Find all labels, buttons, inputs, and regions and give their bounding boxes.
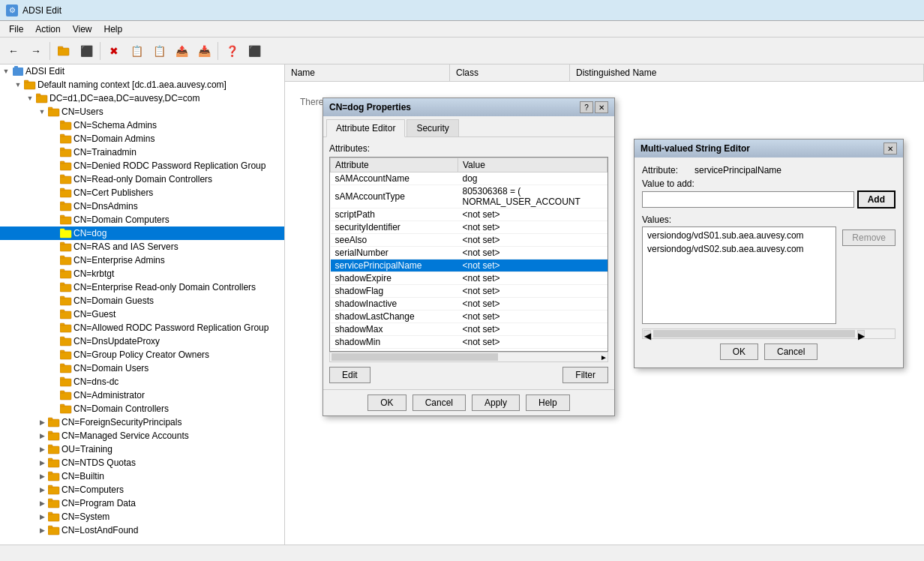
- apply-button[interactable]: Apply: [472, 394, 520, 411]
- dialog-help-btn[interactable]: ?: [580, 101, 593, 113]
- tree-item-cn-program-data[interactable]: ▶CN=Program Data: [0, 496, 284, 510]
- tree-expander[interactable]: ▶: [36, 416, 48, 428]
- edit-button[interactable]: Edit: [329, 367, 370, 383]
- tree-item-cn-domain-controllers[interactable]: CN=Domain Controllers: [0, 402, 284, 416]
- list-item[interactable]: versiondog/vdS02.sub.aea.auvesy.com: [644, 242, 834, 256]
- tree-expander[interactable]: [48, 389, 60, 401]
- tree-expander[interactable]: [48, 214, 60, 226]
- tree-expander[interactable]: [48, 349, 60, 361]
- tab-attribute-editor[interactable]: Attribute Editor: [326, 119, 405, 137]
- tree-expander[interactable]: ▼: [0, 65, 12, 77]
- tree-item-cn-dns-update-proxy[interactable]: CN=DnsUpdateProxy: [0, 334, 284, 348]
- table-row[interactable]: serialNumber<not set>: [331, 247, 608, 260]
- tree-item-cn-dog[interactable]: CN=dog: [0, 226, 284, 240]
- tree-item-cn-krbtgt[interactable]: CN=krbtgt: [0, 267, 284, 280]
- tree-expander[interactable]: [48, 295, 60, 307]
- tree-expander[interactable]: [48, 119, 60, 131]
- tree-expander[interactable]: [48, 146, 60, 158]
- tree-item-cn-system[interactable]: ▶CN=System: [0, 510, 284, 524]
- tree-item-cn-administrator[interactable]: CN=Administrator: [0, 388, 284, 402]
- tree-item-cn-ras-ias[interactable]: CN=RAS and IAS Servers: [0, 240, 284, 254]
- menu-view[interactable]: View: [67, 22, 98, 36]
- tree-item-cn-managed-service[interactable]: ▶CN=Managed Service Accounts: [0, 429, 284, 442]
- tree-item-cn-dns-dc[interactable]: CN=dns-dc: [0, 375, 284, 388]
- help-button[interactable]: Help: [526, 394, 570, 411]
- tree-expander[interactable]: [48, 335, 60, 347]
- tree-item-cn-builtin[interactable]: ▶CN=Builtin: [0, 470, 284, 483]
- toolbar-back[interactable]: ←: [3, 40, 24, 62]
- tree-item-cn-domain-guests[interactable]: CN=Domain Guests: [0, 294, 284, 308]
- tree-expander[interactable]: [48, 376, 60, 388]
- table-row[interactable]: shadowFlag<not set>: [331, 285, 608, 298]
- tree-expander[interactable]: ▶: [36, 497, 48, 509]
- mv-values-list[interactable]: versiondog/vdS01.sub.aea.auvesy.comversi…: [642, 226, 836, 324]
- table-row[interactable]: shadowMin<not set>: [331, 336, 608, 349]
- table-row[interactable]: seeAlso<not set>: [331, 234, 608, 247]
- tree-item-cn-denied-rodc[interactable]: CN=Denied RODC Password Replication Grou…: [0, 159, 284, 172]
- table-row[interactable]: securityIdentifier<not set>: [331, 221, 608, 234]
- table-row[interactable]: shadowInactive<not set>: [331, 298, 608, 310]
- tree-expander[interactable]: ▶: [36, 443, 48, 455]
- tree-expander[interactable]: ▶: [36, 524, 48, 536]
- menu-file[interactable]: File: [3, 22, 29, 36]
- tree-item-cn-group-policy-owners[interactable]: CN=Group Policy Creator Owners: [0, 348, 284, 362]
- table-row[interactable]: scriptPath<not set>: [331, 208, 608, 221]
- tree-item-cn-cert-publishers[interactable]: CN=Cert Publishers: [0, 186, 284, 200]
- toolbar-grid[interactable]: ⬛: [76, 40, 97, 62]
- menu-help[interactable]: Help: [98, 22, 129, 36]
- tree-item-cn-enterprise-admins[interactable]: CN=Enterprise Admins: [0, 254, 284, 267]
- toolbar-copy[interactable]: 📋: [126, 40, 147, 62]
- tree-item-adsi-root[interactable]: ▼ADSI Edit: [0, 64, 284, 78]
- ok-button[interactable]: OK: [368, 394, 406, 411]
- tree-item-cn-users[interactable]: ▼CN=Users: [0, 105, 284, 118]
- tree-expander[interactable]: [48, 241, 60, 253]
- table-row[interactable]: servicePrincipalName<not set>: [331, 260, 608, 272]
- tree-item-cn-enterprise-rodc[interactable]: CN=Enterprise Read-only Domain Controlle…: [0, 280, 284, 294]
- tree-expander[interactable]: [48, 362, 60, 374]
- tree-expander[interactable]: ▶: [36, 457, 48, 469]
- tree-expander[interactable]: ▶: [36, 430, 48, 442]
- tree-expander[interactable]: [48, 187, 60, 199]
- dialog-close-btn[interactable]: ✕: [595, 101, 608, 113]
- toolbar-export[interactable]: 📤: [171, 40, 192, 62]
- tree-expander[interactable]: [48, 322, 60, 334]
- tree-item-cn-guest[interactable]: CN=Guest: [0, 308, 284, 321]
- tree-item-cn-domain-admins[interactable]: CN=Domain Admins: [0, 132, 284, 146]
- tree-item-cn-readonly-dc[interactable]: CN=Read-only Domain Controllers: [0, 172, 284, 186]
- table-row[interactable]: sAMAccountNamedog: [331, 172, 608, 185]
- table-row[interactable]: shadowExpire<not set>: [331, 272, 608, 285]
- menu-action[interactable]: Action: [29, 22, 66, 36]
- tree-expander[interactable]: [48, 200, 60, 212]
- toolbar-delete[interactable]: ✖: [104, 40, 124, 62]
- tree-expander[interactable]: [48, 160, 60, 172]
- toolbar-import[interactable]: 📥: [194, 40, 214, 62]
- horizontal-scrollbar[interactable]: [3, 548, 921, 560]
- tree-item-cn-lost-found[interactable]: ▶CN=LostAndFound: [0, 524, 284, 537]
- mv-add-button[interactable]: Add: [857, 190, 896, 208]
- tree-item-cn-allowed-rodc[interactable]: CN=Allowed RODC Password Replication Gro…: [0, 321, 284, 334]
- tree-expander[interactable]: [48, 308, 60, 320]
- toolbar-paste[interactable]: 📋: [148, 40, 170, 62]
- tree-item-dc-d1[interactable]: ▼DC=d1,DC=aea,DC=auvesy,DC=com: [0, 92, 284, 105]
- toolbar-extra[interactable]: ⬛: [244, 40, 265, 62]
- table-scrollbar-h[interactable]: ►: [329, 352, 608, 362]
- tree-expander[interactable]: [48, 133, 60, 145]
- table-row[interactable]: shadowLastChange<not set>: [331, 310, 608, 323]
- tree-expander[interactable]: [48, 403, 60, 415]
- mv-scrollbar-h[interactable]: ◀ ▶: [642, 328, 896, 339]
- tree-expander[interactable]: [48, 268, 60, 280]
- tree-expander[interactable]: ▶: [36, 511, 48, 523]
- tree-expander[interactable]: ▼: [24, 92, 36, 104]
- tree-item-cn-dns-admins[interactable]: CN=DnsAdmins: [0, 200, 284, 213]
- tree-expander[interactable]: ▼: [12, 79, 24, 91]
- mv-value-input[interactable]: [642, 191, 854, 208]
- tree-item-cn-domain-computers[interactable]: CN=Domain Computers: [0, 213, 284, 226]
- tree-item-cn-foreign-security[interactable]: ▶CN=ForeignSecurityPrincipals: [0, 416, 284, 429]
- mv-ok-button[interactable]: OK: [720, 344, 758, 360]
- toolbar-folder[interactable]: [53, 40, 74, 62]
- tree-expander[interactable]: [48, 227, 60, 239]
- tree-item-cn-domain-users[interactable]: CN=Domain Users: [0, 362, 284, 375]
- tree-item-cn-computers[interactable]: ▶CN=Computers: [0, 483, 284, 496]
- tree-expander[interactable]: ▶: [36, 470, 48, 482]
- cancel-button[interactable]: Cancel: [412, 394, 466, 411]
